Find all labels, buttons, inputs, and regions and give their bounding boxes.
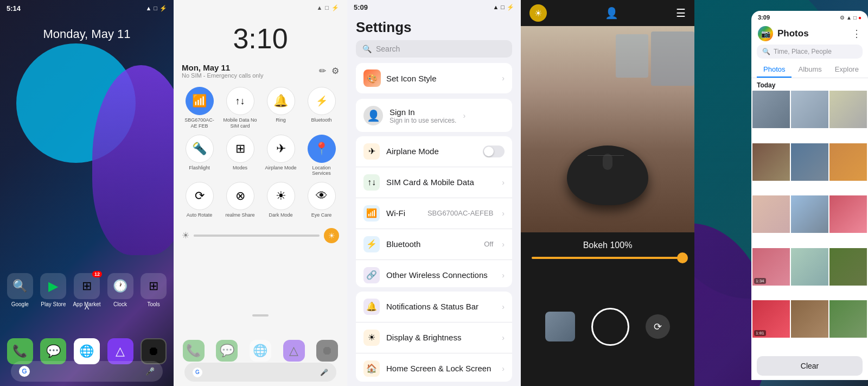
photo-cell[interactable] [752, 91, 790, 128]
modes-tile[interactable]: ⊞ Modes [222, 135, 258, 177]
location-tile[interactable]: 📍 Location Services [304, 135, 339, 177]
home-screen: 5:14 ▲ □ ⚡ Monday, May 11 🔍 Google ▶ Pla… [0, 0, 174, 386]
photos-search-bar[interactable]: 🔍 Time, Place, People [757, 45, 863, 59]
home-dock: 📞 💬 🌐 △ ⏺ [5, 338, 168, 364]
quick-date-text: Mon, May 11 No SIM - Emergency calls onl… [182, 63, 315, 79]
photo-cell[interactable] [791, 143, 828, 181]
wireless-item[interactable]: 🔗 Other Wireless Connections › [356, 260, 512, 287]
mobile-data-tile[interactable]: ↑↓ Mobile Data No SIM card [222, 87, 258, 129]
rotate-label: Auto Rotate [187, 212, 213, 218]
bokeh-slider[interactable] [532, 257, 684, 259]
home-app-playstore[interactable]: ▶ Play Store [39, 273, 68, 307]
airplane-label: Airplane Mode [265, 165, 296, 171]
tab-explore[interactable]: Explore [828, 62, 865, 78]
dock-phone[interactable]: 📞 [5, 338, 35, 364]
photos-header: 📷 Photos ⋮ [751, 24, 868, 45]
photo-cell[interactable] [791, 91, 828, 128]
realme-share-tile[interactable]: ⊗ realme Share [222, 182, 258, 218]
bluetooth-item[interactable]: ⚡ Bluetooth Off › [356, 229, 512, 260]
rotate-tile[interactable]: ⟳ Auto Rotate [182, 182, 217, 218]
photo-cell[interactable] [791, 248, 828, 286]
photo-cell[interactable] [752, 143, 790, 181]
bokeh-slider-row [532, 257, 684, 259]
playstore-label: Play Store [41, 301, 66, 307]
photo-cell[interactable] [829, 195, 867, 233]
p-wifi-icon: ▲ [846, 15, 852, 21]
home-app-appmarket[interactable]: ⊞ 12 App Market [72, 273, 101, 307]
home-app-clock[interactable]: 🕐 Clock [106, 273, 135, 307]
edit-icon[interactable]: ✏ [319, 66, 326, 76]
brightness-low-icon: ☀ [182, 230, 189, 241]
home-app-tools[interactable]: ⊞ Tools [139, 273, 168, 307]
camera-shutter-button[interactable] [591, 308, 629, 346]
photos-more-icon[interactable]: ⋮ [852, 28, 861, 40]
photo-cell[interactable] [829, 143, 867, 181]
phone-icon: 📞 [7, 338, 33, 364]
home-search-bar[interactable]: G 🎤 [11, 361, 163, 382]
realme-share-icon: ⊗ [226, 182, 254, 210]
photo-cell[interactable] [791, 300, 828, 338]
ring-tile-label: Ring [276, 117, 286, 123]
photo-cell[interactable] [829, 248, 867, 286]
dock-app4[interactable]: △ [106, 338, 135, 364]
settings-search-bar[interactable]: 🔍 Search [356, 40, 512, 58]
wifi-tile[interactable]: 📶 SBG6700AC-AE FEB [182, 87, 217, 129]
photo-cell[interactable] [829, 91, 867, 128]
signin-item[interactable]: 👤 Sign In Sign in to use services. › [356, 99, 512, 132]
homescreen-icon: 🏠 [363, 360, 380, 377]
tab-albums[interactable]: Albums [792, 62, 828, 78]
icon-style-row[interactable]: 🎨 Set Icon Style › [356, 63, 512, 93]
photos-clear-button[interactable]: Clear [757, 356, 863, 376]
appmarket-app-icon: ⊞ 12 [74, 273, 100, 299]
dark-mode-tile[interactable]: ☀ Dark Mode [263, 182, 298, 218]
shutter-inner [596, 312, 626, 341]
airplane-tile[interactable]: ✈ Airplane Mode [263, 135, 298, 177]
sim-card-label: SIM Card & Mobile Data [386, 178, 495, 187]
camera-flip-button[interactable]: ⟳ [646, 314, 670, 339]
wifi-chevron: › [502, 209, 505, 218]
photo-cell[interactable] [752, 195, 790, 233]
homescreen-chevron: › [502, 364, 505, 373]
settings-icon[interactable]: ⚙ [331, 66, 339, 76]
tab-photos[interactable]: Photos [757, 62, 792, 78]
person-icon[interactable]: 👤 [605, 7, 618, 20]
photo-cell[interactable]: 1:81 [752, 300, 790, 338]
flip-icon: ⟳ [654, 321, 662, 333]
photo-cell[interactable] [829, 300, 867, 338]
quick-search-bar[interactable]: G 🎤 [184, 363, 336, 382]
sun-icon[interactable]: ☀ [529, 4, 547, 22]
ring-tile[interactable]: 🔔 Ring [263, 87, 298, 129]
camera-thumbnail[interactable] [545, 312, 575, 341]
display-item[interactable]: ☀ Display & Brightness › [356, 322, 512, 353]
bluetooth-tile-label: Bluetooth [311, 117, 331, 123]
photos-search-icon: 🔍 [762, 48, 770, 55]
rotate-icon: ⟳ [186, 182, 214, 210]
bluetooth-tile[interactable]: ⚡ Bluetooth [304, 87, 339, 129]
brightness-slider[interactable] [194, 235, 320, 237]
dock-app5[interactable]: ⏺ [139, 338, 168, 364]
quick-tiles-row1: 📶 SBG6700AC-AE FEB ↑↓ Mobile Data No SIM… [174, 81, 347, 135]
sim-chevron: › [502, 178, 505, 187]
eye-care-tile[interactable]: 👁 Eye Care [304, 182, 339, 218]
photo-cell[interactable] [791, 195, 828, 233]
flashlight-tile[interactable]: 🔦 Flashlight [182, 135, 217, 177]
airplane-mode-toggle[interactable] [483, 145, 505, 157]
dock-messages[interactable]: 💬 [39, 338, 68, 364]
chrome-icon: 🌐 [74, 338, 100, 364]
photo-cell[interactable]: 1:34 [752, 248, 790, 286]
dark-mode-label: Dark Mode [269, 212, 292, 218]
google-label: Google [11, 301, 29, 307]
location-label: Location Services [304, 165, 339, 177]
wifi-item[interactable]: 📶 Wi-Fi SBG6700AC-AEFEB › [356, 198, 512, 229]
sim-card-item[interactable]: ↑↓ SIM Card & Mobile Data › [356, 167, 512, 198]
home-app-google[interactable]: 🔍 Google [5, 273, 35, 307]
notifications-chevron: › [502, 302, 505, 311]
airplane-mode-item[interactable]: ✈ Airplane Mode [356, 136, 512, 167]
tools-label: Tools [148, 301, 160, 307]
clock-app-icon: 🕐 [107, 273, 133, 299]
homescreen-item[interactable]: 🏠 Home Screen & Lock Screen › [356, 353, 512, 382]
notifications-card: 🔔 Notifications & Status Bar › ☀ Display… [356, 292, 512, 382]
notifications-item[interactable]: 🔔 Notifications & Status Bar › [356, 292, 512, 322]
menu-icon[interactable]: ☰ [676, 7, 686, 20]
dock-chrome[interactable]: 🌐 [72, 338, 101, 364]
